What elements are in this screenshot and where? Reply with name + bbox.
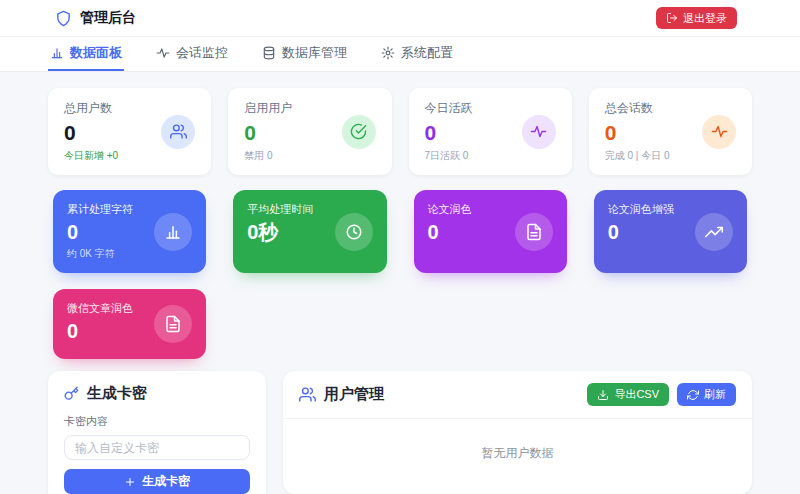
stat-card-today-active: 今日活跃 0 7日活跃 0 — [409, 88, 572, 175]
stat-label: 总用户数 — [64, 100, 118, 117]
metric-label: 论文润色 — [428, 202, 472, 217]
stat-value: 0 — [425, 121, 473, 145]
app-title: 管理后台 — [80, 9, 136, 27]
app-header: 管理后台 退出登录 — [0, 0, 800, 37]
gear-icon — [381, 46, 395, 60]
download-icon — [597, 389, 609, 401]
metric-label: 累计处理字符 — [67, 202, 133, 217]
stat-subtitle: 完成 0 | 今日 0 — [605, 149, 670, 163]
users-icon — [161, 115, 195, 149]
plus-icon — [124, 476, 136, 488]
clock-icon — [335, 213, 373, 251]
check-circle-icon — [342, 115, 376, 149]
tab-label: 系统配置 — [401, 44, 453, 62]
metric-subtitle: 约 0K 字符 — [67, 247, 133, 261]
stat-label: 今日活跃 — [425, 100, 473, 117]
logout-label: 退出登录 — [683, 11, 727, 26]
bar-chart-icon — [50, 46, 64, 60]
user-panel-title: 用户管理 — [324, 385, 384, 404]
stat-subtitle: 7日活跃 0 — [425, 149, 473, 163]
export-csv-label: 导出CSV — [614, 387, 659, 402]
file-text-icon — [515, 213, 553, 251]
metric-card-paper-polish-enhanced: 论文润色增强 0 — [594, 190, 747, 273]
users-icon — [299, 386, 316, 403]
activity-icon — [522, 115, 556, 149]
user-management-panel: 用户管理 导出CSV 刷新 暂无用户数据 — [283, 371, 752, 494]
generate-key-button[interactable]: 生成卡密 — [64, 469, 250, 494]
metric-label: 平均处理时间 — [247, 202, 313, 217]
keygen-panel-title: 生成卡密 — [87, 384, 147, 403]
stat-card-total-users: 总用户数 0 今日新增 +0 — [48, 88, 211, 175]
stat-subtitle: 禁用 0 — [244, 149, 292, 163]
refresh-button[interactable]: 刷新 — [677, 383, 736, 406]
metric-card-wechat-article-polish: 微信文章润色 0 — [53, 289, 206, 359]
metric-card-paper-polish: 论文润色 0 — [414, 190, 567, 273]
tab-label: 数据面板 — [70, 44, 122, 62]
activity-icon — [702, 115, 736, 149]
tab-label: 数据库管理 — [282, 44, 347, 62]
logout-button[interactable]: 退出登录 — [656, 7, 737, 29]
trending-up-icon — [695, 213, 733, 251]
metric-label: 论文润色增强 — [608, 202, 674, 217]
tab-bar: 数据面板 会话监控 数据库管理 系统配置 — [0, 37, 800, 72]
bar-chart-icon — [154, 213, 192, 251]
stat-cards-row: 总用户数 0 今日新增 +0 启用用户 0 禁用 0 今日活跃 0 7日活跃 0 — [48, 88, 752, 175]
export-csv-button[interactable]: 导出CSV — [587, 383, 669, 406]
metric-label: 微信文章润色 — [67, 301, 133, 316]
stat-card-total-sessions: 总会话数 0 完成 0 | 今日 0 — [589, 88, 752, 175]
metric-cards-row-2: 微信文章润色 0 — [48, 289, 752, 359]
main-content: 总用户数 0 今日新增 +0 启用用户 0 禁用 0 今日活跃 0 7日活跃 0 — [0, 72, 800, 494]
custom-key-input[interactable] — [64, 435, 250, 460]
metric-value: 0 — [608, 220, 674, 244]
metric-value: 0 — [67, 319, 133, 343]
metric-cards-row: 累计处理字符 0 约 0K 字符 平均处理时间 0秒 论文润色 0 论文润色增强… — [48, 190, 752, 273]
generate-key-label: 生成卡密 — [142, 473, 190, 490]
stat-value: 0 — [605, 121, 670, 145]
key-content-label: 卡密内容 — [64, 414, 250, 429]
metric-value: 0秒 — [247, 220, 313, 244]
refresh-label: 刷新 — [704, 387, 726, 402]
stat-subtitle: 今日新增 +0 — [64, 149, 118, 163]
stat-value: 0 — [64, 121, 118, 145]
brand: 管理后台 — [55, 9, 136, 27]
keygen-panel: 生成卡密 卡密内容 生成卡密 批量生成 — [48, 371, 266, 494]
stat-value: 0 — [244, 121, 292, 145]
empty-state-text: 暂无用户数据 — [283, 418, 752, 494]
stat-card-enabled-users: 启用用户 0 禁用 0 — [228, 88, 391, 175]
refresh-icon — [687, 389, 699, 401]
stat-label: 总会话数 — [605, 100, 670, 117]
shield-icon — [55, 10, 72, 27]
activity-icon — [156, 46, 170, 60]
tab-database-management[interactable]: 数据库管理 — [260, 37, 349, 71]
stat-label: 启用用户 — [244, 100, 292, 117]
tab-data-panel[interactable]: 数据面板 — [48, 37, 124, 71]
metric-card-processed-chars: 累计处理字符 0 约 0K 字符 — [53, 190, 206, 273]
metric-value: 0 — [428, 220, 472, 244]
file-text-icon — [154, 305, 192, 343]
database-icon — [262, 46, 276, 60]
tab-session-monitor[interactable]: 会话监控 — [154, 37, 230, 71]
metric-value: 0 — [67, 220, 133, 244]
key-icon — [64, 386, 79, 401]
tab-system-config[interactable]: 系统配置 — [379, 37, 455, 71]
logout-icon — [666, 12, 678, 24]
metric-card-avg-time: 平均处理时间 0秒 — [233, 190, 386, 273]
tab-label: 会话监控 — [176, 44, 228, 62]
